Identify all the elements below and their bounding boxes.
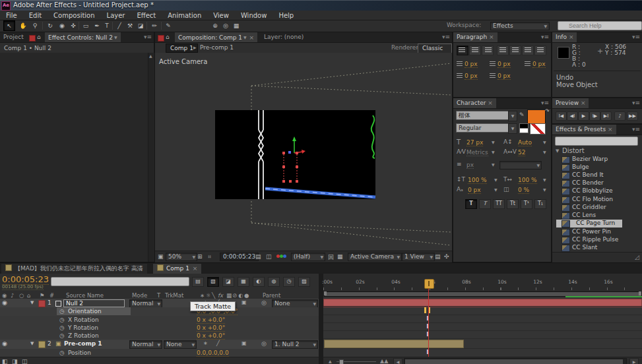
audio-toggle-button[interactable]: ♪ [614, 111, 626, 121]
subscript-toggle[interactable]: T₁ [534, 199, 546, 209]
scroll-left-icon[interactable]: ◀ [393, 358, 402, 364]
indent-first-line-field[interactable]: 0 px [525, 60, 546, 67]
tsume-value[interactable]: 0 % [518, 187, 529, 194]
panel-menu-icon[interactable]: ▾≡ [632, 125, 640, 135]
property-value[interactable]: 0 x +0.0° [197, 332, 225, 340]
chevron-down-icon[interactable]: ▼ [543, 177, 546, 182]
effect-item[interactable]: CC Lens [552, 212, 637, 220]
font-style-chevron[interactable]: ▼ [508, 123, 517, 134]
motion-blur-icon[interactable]: ◐ [253, 277, 265, 287]
eraser-tool-icon[interactable]: ◪ [135, 21, 146, 30]
work-area-start-handle[interactable] [324, 291, 327, 295]
zoom-in-timeline-icon[interactable]: ▲▲ [380, 358, 388, 364]
view-layout-dropdown[interactable]: 1 View▼ [402, 253, 435, 261]
local-axis-mode-icon[interactable]: ⊕ [210, 21, 220, 30]
effect-item-selected[interactable]: CC Page Turn [556, 220, 622, 228]
tab-effect-controls[interactable]: Effect Controls: Null 2▼ [45, 32, 121, 42]
stopwatch-icon[interactable]: ◷ [59, 317, 65, 323]
resolution-dropdown[interactable]: (Half)▼ [291, 253, 325, 261]
close-icon[interactable]: × [193, 265, 198, 272]
panel-menu-icon[interactable]: ▾≡ [442, 32, 450, 42]
current-timecode[interactable]: 0:00:05:23 [2, 274, 49, 285]
brush-tool-icon[interactable]: ╱ [114, 21, 125, 30]
font-size-value[interactable]: 27 px [466, 139, 483, 146]
chevron-down-icon[interactable]: ▼ [543, 140, 546, 144]
effects-search-input[interactable] [555, 136, 638, 146]
tab-paragraph[interactable]: Paragraph × [453, 32, 498, 42]
effect-item[interactable]: CC Bender [552, 179, 637, 187]
space-after-field[interactable]: 0 px [490, 72, 511, 79]
eye-icon[interactable]: ◉ [2, 299, 7, 306]
eye-icon[interactable]: ◉ [2, 340, 7, 347]
property-label[interactable]: Y Rotation [68, 324, 98, 331]
keyframe-z-rotation[interactable]: I [424, 331, 431, 338]
lock-column-icon[interactable]: ⌂ [27, 292, 30, 299]
layer-name-field[interactable]: Null 2 [63, 299, 125, 307]
property-label[interactable]: Orientation [68, 308, 102, 315]
property-row-orientation[interactable]: ◷ Orientation 0.0°,0.0°,0.0° [0, 307, 319, 317]
brainstorm-icon[interactable]: ◍ [268, 277, 280, 287]
effect-item[interactable]: Bulge [552, 164, 637, 171]
menu-file[interactable]: File [0, 11, 23, 20]
menu-composition[interactable]: Composition [48, 11, 100, 20]
zoom-tool-icon[interactable]: ⚲ [30, 21, 40, 30]
vertical-scale-value[interactable]: 100 % [468, 177, 487, 184]
tab-layer[interactable]: Layer: (none) [261, 32, 307, 42]
keyframe-x-rotation[interactable]: I [424, 315, 431, 322]
scroll-up-icon[interactable]: ▲ [149, 53, 152, 58]
graph-editor-icon[interactable]: ▨ [298, 277, 310, 287]
show-snapshot-icon[interactable]: ◫ [266, 253, 272, 260]
stopwatch-icon[interactable]: ◷ [59, 332, 65, 339]
threed-switch[interactable]: ▣ [241, 340, 247, 346]
tab-composition[interactable]: Composition: Comp 1▼× [175, 32, 257, 42]
pickwhip-icon[interactable]: ◎ [261, 340, 267, 347]
work-area-end-handle[interactable] [639, 291, 641, 295]
frame-info[interactable]: 00148 (25.00 fps) [2, 284, 44, 290]
always-preview-icon[interactable]: ▣ [158, 253, 164, 260]
next-frame-button[interactable]: I▶ [589, 111, 600, 121]
parent-dropdown[interactable]: 1. Null 2▼ [272, 340, 318, 349]
workspace-dropdown[interactable]: Effects▼ [490, 22, 550, 30]
resize-grip-icon[interactable]: ◿ [635, 254, 639, 260]
trkmat-column[interactable]: TrkMat [165, 292, 183, 299]
property-label[interactable]: Z Rotation [68, 332, 99, 339]
chevron-down-icon[interactable]: ▼ [492, 162, 495, 167]
menu-effect[interactable]: Effect [131, 11, 162, 20]
tab-comp1[interactable]: Comp 1× [153, 264, 201, 274]
indent-left-field[interactable]: 0 px [457, 60, 478, 67]
puppet-pin-tool-icon[interactable]: ✎ [163, 21, 174, 30]
chevron-down-icon[interactable]: ▼ [494, 187, 498, 192]
stopwatch-icon[interactable]: ◷ [59, 349, 65, 356]
transparency-grid-icon[interactable]: ▦ [337, 253, 343, 260]
faux-bold-toggle[interactable]: T [465, 199, 477, 209]
property-label[interactable]: X Rotation [68, 317, 99, 323]
effect-item[interactable]: CC Ripple Pulse [552, 236, 637, 244]
horizontal-scrollbar-thumb[interactable] [405, 359, 623, 364]
layer-row-precomp1[interactable]: ◉ ▼ 2 ▣ Pre-comp 1 Normal▼ None▼ ∗ ╱ ▣ ◎… [0, 340, 319, 349]
grid-guides-icon[interactable]: ▤ [435, 253, 441, 260]
mode-column[interactable]: Mode [132, 292, 147, 299]
video-column-icon[interactable]: ◉ [2, 292, 7, 299]
small-caps-toggle[interactable]: Tt [507, 199, 519, 209]
mode-dropdown[interactable]: Normal▼ [129, 340, 162, 349]
scrollbar[interactable]: ▲ [148, 53, 154, 262]
justify-last-left-button[interactable] [497, 46, 509, 55]
justify-last-right-button[interactable] [522, 46, 534, 55]
space-before-field[interactable]: 0 px [457, 72, 478, 79]
last-frame-button[interactable]: ▶I [600, 111, 612, 121]
property-value[interactable]: 0 x +0.0° [197, 317, 225, 324]
audio-column-icon[interactable]: ♪ [11, 292, 14, 299]
trkmat-dropdown[interactable]: None▼ [164, 340, 197, 349]
indent-right-field[interactable]: 0 px [490, 60, 511, 67]
camera-tool-icon[interactable]: ◉ [57, 21, 67, 30]
safe-margins-icon[interactable]: ⊞ [197, 253, 203, 260]
source-name-column[interactable]: Source Name [66, 292, 104, 299]
view-axis-mode-icon[interactable]: ▦ [231, 21, 241, 30]
rotation-tool-icon[interactable]: ↻ [45, 21, 55, 30]
tab-mad-comp[interactable]: 【MAD】我们仍未忘记那年所拉入偶的名字 高清 [1, 264, 147, 274]
graph-area[interactable]: I I I I [323, 297, 642, 357]
time-ruler[interactable]: :00s 02s 04s 06s 08s 10s 12s 14s 16s [323, 274, 642, 291]
effect-item[interactable]: CC Flo Motion [552, 196, 637, 204]
frame-blending-icon[interactable]: ▦ [238, 277, 249, 287]
comp-viewport[interactable]: Active Camera [155, 53, 452, 251]
